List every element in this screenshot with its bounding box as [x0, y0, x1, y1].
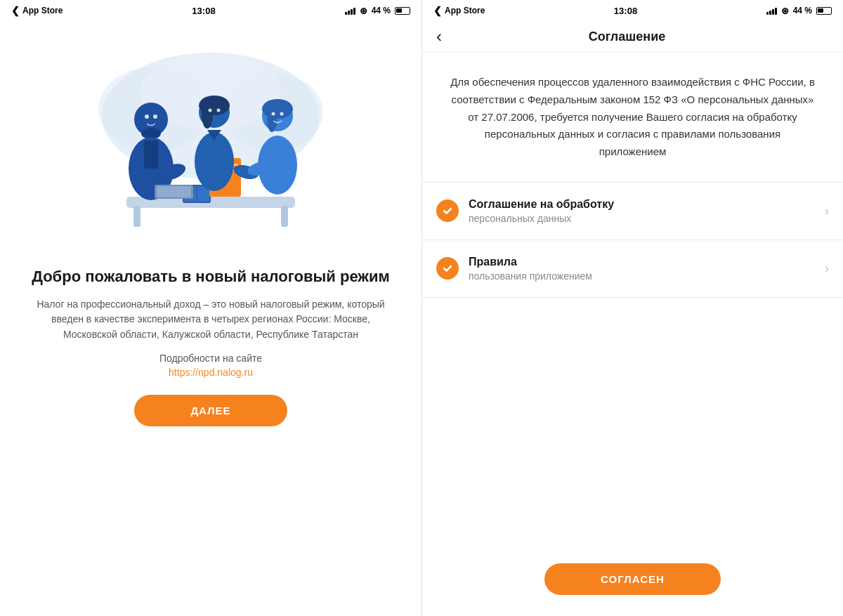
welcome-description: Налог на профессиональный доход – это но…	[28, 297, 393, 343]
svg-point-35	[280, 112, 284, 116]
chevron-left-icon-r: ❮	[433, 5, 442, 16]
left-text-area: Добро пожаловать в новый налоговый режим…	[0, 260, 422, 616]
chevron-right-icon-1: ›	[825, 204, 829, 218]
agreement-item-2[interactable]: Правила пользования приложением ›	[422, 240, 843, 298]
item-text-1: Соглашение на обработку персональных дан…	[469, 198, 825, 224]
svg-rect-6	[281, 206, 288, 227]
screen-left: ❮ App Store 13:08 ⊛ 44 %	[0, 0, 422, 616]
check-icon-1	[436, 199, 459, 222]
battery-label-left: 44 %	[372, 6, 391, 15]
status-right-left: ⊛ 44 %	[345, 6, 410, 16]
right-footer: СОГЛАСЕН	[422, 546, 843, 616]
illustration-svg	[84, 32, 337, 249]
svg-point-28	[209, 109, 212, 112]
hero-illustration	[0, 21, 422, 260]
back-button[interactable]: ‹	[436, 28, 442, 45]
site-label: Подробности на сайте	[28, 353, 393, 364]
svg-point-23	[153, 114, 157, 119]
right-main-content: Для обеспечения процессов удаленного вза…	[422, 53, 843, 616]
svg-point-22	[145, 114, 149, 119]
agreement-text: Для обеспечения процессов удаленного вза…	[422, 53, 843, 183]
agreement-item-1[interactable]: Соглашение на обработку персональных дан…	[422, 183, 843, 240]
check-icon-2	[436, 257, 459, 280]
signal-icon	[345, 6, 355, 15]
status-bar-right-left-group: ❮ App Store	[433, 5, 485, 16]
welcome-title: Добро пожаловать в новый налоговый режим	[28, 267, 393, 287]
svg-rect-21	[157, 186, 191, 197]
svg-rect-5	[133, 206, 140, 227]
signal-icon-r	[766, 6, 777, 15]
status-right-right: ⊛ 44 %	[766, 6, 832, 16]
battery-icon-left	[395, 7, 410, 15]
wifi-icon-r: ⊛	[781, 6, 789, 16]
app-store-label-right: App Store	[445, 6, 485, 15]
battery-label-right: 44 %	[793, 6, 812, 15]
next-button[interactable]: ДАЛЕЕ	[134, 395, 287, 426]
nav-bar: ‹ Соглашение	[422, 21, 843, 53]
time-right: 13:08	[614, 6, 637, 16]
screen-right: ❮ App Store 13:08 ⊛ 44 % ‹ Соглашение Дл…	[422, 0, 843, 616]
svg-point-26	[202, 100, 213, 129]
item-text-2: Правила пользования приложением	[469, 256, 825, 282]
agree-button[interactable]: СОГЛАСЕН	[544, 563, 721, 595]
battery-icon-right	[816, 7, 832, 15]
status-bar-left: ❮ App Store 13:08 ⊛ 44 %	[0, 0, 422, 21]
svg-point-31	[262, 99, 293, 119]
svg-point-27	[195, 132, 234, 191]
status-bar-left-group: ❮ App Store	[11, 5, 63, 16]
app-store-label-left: App Store	[22, 6, 63, 15]
chevron-left-icon: ❮	[11, 5, 20, 16]
item-title-2: Правила	[469, 256, 825, 268]
nav-title: Соглашение	[449, 30, 805, 44]
item-title-1: Соглашение на обработку	[469, 198, 825, 211]
time-left: 13:08	[192, 6, 215, 16]
wifi-icon: ⊛	[360, 6, 367, 16]
item-subtitle-2: пользования приложением	[469, 270, 825, 282]
svg-point-29	[217, 109, 221, 112]
svg-rect-18	[144, 140, 158, 169]
status-bar-right: ❮ App Store 13:08 ⊛ 44 %	[422, 0, 843, 21]
site-link[interactable]: https://npd.nalog.ru	[28, 367, 393, 378]
svg-point-34	[272, 112, 275, 116]
agreement-items-list: Соглашение на обработку персональных дан…	[422, 183, 843, 546]
chevron-right-icon-2: ›	[825, 261, 829, 276]
svg-point-32	[267, 107, 277, 132]
item-subtitle-1: персональных данных	[469, 213, 825, 224]
